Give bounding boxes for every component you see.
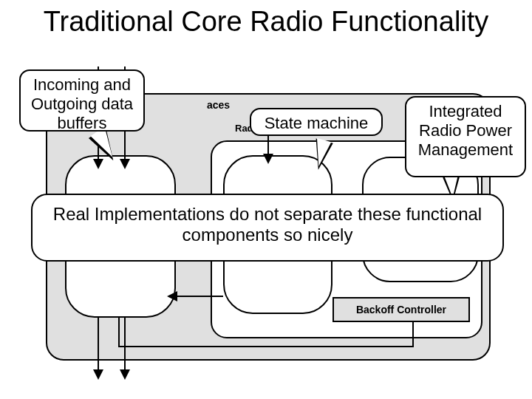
arrow-line — [124, 316, 126, 372]
label-interfaces-fragment: aces — [207, 99, 230, 111]
callout-text: State machine — [265, 114, 369, 132]
backoff-controller-box: Backoff Controller — [332, 297, 470, 322]
label-text: aces — [207, 99, 230, 111]
callout-buffers: Incoming and Outgoing data buffers — [19, 69, 145, 132]
arrowhead-left-icon — [167, 291, 177, 301]
diagram-title: Traditional Core Radio Functionality — [0, 6, 532, 38]
overlay-note: Real Implementations do not separate the… — [31, 194, 504, 262]
arrowhead-down-icon — [93, 369, 103, 380]
arrow-line — [98, 316, 99, 372]
overlay-note-text: Real Implementations do not separate the… — [53, 204, 482, 245]
title-text: Traditional Core Radio Functionality — [44, 6, 489, 37]
arrowhead-down-icon — [93, 159, 103, 169]
callout-text: Integrated Radio Power Management — [418, 102, 513, 159]
arrow-line — [412, 322, 414, 347]
arrow-line — [118, 346, 414, 347]
callout-state-machine: State machine — [250, 108, 383, 136]
arrow-line — [118, 318, 120, 347]
backoff-label: Backoff Controller — [356, 304, 446, 316]
arrowhead-down-icon — [120, 369, 130, 380]
arrowhead-down-icon — [120, 159, 130, 169]
arrow-line — [176, 296, 223, 297]
callout-text: Incoming and Outgoing data buffers — [31, 75, 133, 132]
callout-integrated-power: Integrated Radio Power Management — [405, 96, 526, 177]
arrowhead-down-icon — [263, 154, 273, 164]
